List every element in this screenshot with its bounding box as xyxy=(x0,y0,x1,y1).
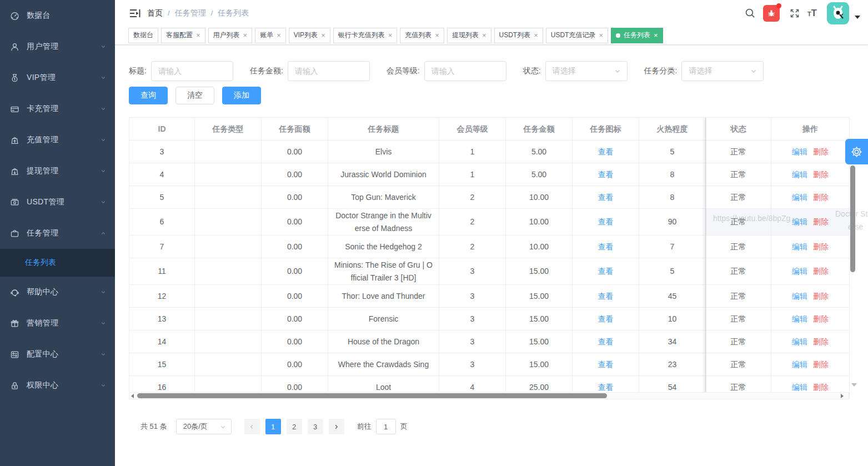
tab[interactable]: 数据台 xyxy=(128,28,158,43)
page-button[interactable]: 2 xyxy=(287,419,302,434)
avatar-dropdown-caret[interactable] xyxy=(855,16,860,19)
search-icon[interactable] xyxy=(741,4,760,23)
tab[interactable]: VIP列表× xyxy=(289,28,330,43)
next-page-button[interactable] xyxy=(329,419,344,434)
scroll-left-arrow-icon[interactable] xyxy=(131,394,134,398)
sidebar-item-card-recharge[interactable]: 卡充管理 xyxy=(0,93,115,124)
cell-task-amount: 15.00 xyxy=(506,308,573,330)
edit-link[interactable]: 编辑 xyxy=(792,358,807,371)
edit-link[interactable]: 编辑 xyxy=(792,240,807,253)
sidebar-item-permission[interactable]: 权限中心 xyxy=(0,370,115,401)
delete-link[interactable]: 删除 xyxy=(813,313,829,325)
cell-actions: 编辑删除 xyxy=(771,163,849,186)
tab[interactable]: 任务列表× xyxy=(611,28,663,43)
close-icon[interactable]: × xyxy=(388,32,393,39)
sidebar-item-recharge[interactable]: 充值管理 xyxy=(0,124,115,156)
edit-link[interactable]: 编辑 xyxy=(792,290,807,303)
tab[interactable]: 账单× xyxy=(255,28,286,43)
tab[interactable]: USDT列表× xyxy=(494,28,543,43)
close-icon[interactable]: × xyxy=(243,32,248,39)
edit-link[interactable]: 编辑 xyxy=(792,335,807,348)
goto-page-input[interactable] xyxy=(376,419,396,434)
view-link[interactable]: 查看 xyxy=(598,313,614,325)
view-link[interactable]: 查看 xyxy=(598,290,614,303)
view-link[interactable]: 查看 xyxy=(598,168,614,181)
sidebar-subitem-task-list[interactable]: 任务列表 xyxy=(0,249,115,277)
view-link[interactable]: 查看 xyxy=(598,191,614,204)
tab[interactable]: 提现列表× xyxy=(447,28,491,43)
cell-face-value: 0.00 xyxy=(262,308,328,330)
view-link[interactable]: 查看 xyxy=(598,358,614,371)
view-link[interactable]: 查看 xyxy=(598,216,614,228)
delete-link[interactable]: 删除 xyxy=(813,216,829,228)
page-button[interactable]: 3 xyxy=(308,419,323,434)
horizontal-scrollbar[interactable] xyxy=(129,392,849,399)
edit-link[interactable]: 编辑 xyxy=(792,146,807,158)
close-icon[interactable]: × xyxy=(321,32,325,39)
close-icon[interactable]: × xyxy=(435,32,439,39)
sidebar-item-task[interactable]: 任务管理 xyxy=(0,218,115,249)
close-icon[interactable]: × xyxy=(196,32,200,39)
error-log-button[interactable] xyxy=(763,5,780,22)
sidebar-item-marketing[interactable]: 营销管理 xyxy=(0,308,115,339)
tab[interactable]: USDT充值记录× xyxy=(546,28,608,43)
prev-page-button[interactable] xyxy=(244,419,260,434)
tab[interactable]: 用户列表× xyxy=(208,28,253,43)
delete-link[interactable]: 删除 xyxy=(813,168,829,181)
sidebar-item-usdt[interactable]: USDT管理 xyxy=(0,187,115,218)
delete-link[interactable]: 删除 xyxy=(813,358,829,371)
view-link[interactable]: 查看 xyxy=(598,335,614,348)
clear-button[interactable]: 清空 xyxy=(175,87,214,104)
breadcrumb-item[interactable]: 任务管理 xyxy=(175,8,206,18)
close-icon[interactable]: × xyxy=(534,32,538,39)
delete-link[interactable]: 删除 xyxy=(813,146,829,158)
tab[interactable]: 银行卡充值列表× xyxy=(333,28,398,43)
delete-link[interactable]: 删除 xyxy=(813,265,829,278)
edit-link[interactable]: 编辑 xyxy=(792,265,807,278)
delete-link[interactable]: 删除 xyxy=(813,290,829,303)
page-size-select[interactable]: 20条/页 xyxy=(176,419,232,434)
avatar[interactable] xyxy=(827,2,849,24)
edit-link[interactable]: 编辑 xyxy=(792,313,807,325)
sidebar-collapse-icon[interactable] xyxy=(129,8,141,18)
view-link[interactable]: 查看 xyxy=(598,265,614,278)
sidebar-item-help[interactable]: 帮助中心 xyxy=(0,277,115,308)
add-button[interactable]: 添加 xyxy=(222,87,261,104)
delete-link[interactable]: 删除 xyxy=(813,335,829,348)
tab[interactable]: 客服配置× xyxy=(161,28,205,43)
font-size-icon[interactable]: TT xyxy=(807,8,817,19)
vertical-scrollbar-thumb[interactable] xyxy=(850,166,855,272)
table-settings-button[interactable] xyxy=(845,139,868,164)
view-link[interactable]: 查看 xyxy=(598,240,614,253)
edit-link[interactable]: 编辑 xyxy=(792,191,807,204)
sidebar-item-vip[interactable]: VIP管理 xyxy=(0,62,115,93)
filter-select[interactable]: 请选择 xyxy=(545,61,628,81)
tab[interactable]: 充值列表× xyxy=(400,28,444,43)
horizontal-scrollbar-thumb[interactable] xyxy=(137,393,607,398)
sidebar-item-user[interactable]: 用户管理 xyxy=(0,31,115,62)
search-button[interactable]: 查询 xyxy=(129,87,168,104)
filter-input[interactable] xyxy=(151,61,233,81)
view-link[interactable]: 查看 xyxy=(598,146,614,158)
scroll-down-arrow-icon[interactable] xyxy=(851,383,857,387)
breadcrumb-item[interactable]: 首页 xyxy=(147,8,163,18)
close-icon[interactable]: × xyxy=(277,32,281,39)
close-icon[interactable]: × xyxy=(654,32,658,39)
delete-link[interactable]: 删除 xyxy=(813,240,829,253)
close-icon[interactable]: × xyxy=(599,32,603,39)
sidebar-item-withdraw[interactable]: 提现管理 xyxy=(0,156,115,187)
edit-link[interactable]: 编辑 xyxy=(792,216,807,228)
close-icon[interactable]: × xyxy=(482,32,486,39)
sidebar-item-dashboard[interactable]: 数据台 xyxy=(0,0,115,31)
sidebar-item-config[interactable]: 配置中心 xyxy=(0,339,115,370)
filter-select[interactable]: 请选择 xyxy=(681,61,764,81)
cell-actions: 编辑删除 xyxy=(771,258,849,284)
filter-input[interactable] xyxy=(288,61,370,81)
page-button[interactable]: 1 xyxy=(265,419,281,434)
delete-link[interactable]: 删除 xyxy=(813,191,829,204)
scroll-right-arrow-icon[interactable] xyxy=(841,394,844,398)
edit-link[interactable]: 编辑 xyxy=(792,168,807,181)
filter-input[interactable] xyxy=(424,61,506,81)
table-row: 110.00Minions: The Rise of Gru | Officia… xyxy=(129,258,849,285)
fullscreen-icon[interactable] xyxy=(785,4,804,23)
